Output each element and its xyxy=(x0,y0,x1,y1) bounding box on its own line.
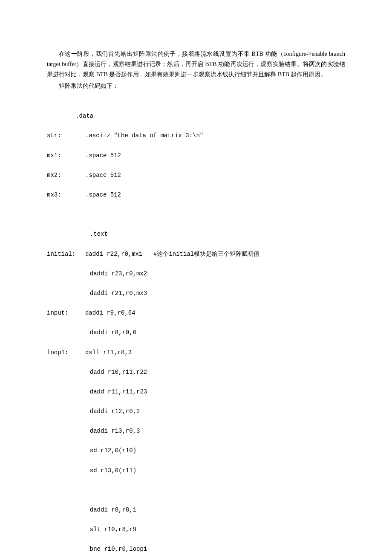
code-listing: .data str:.asciiz "the data of matrix 3:… xyxy=(47,101,345,555)
code-line: daddi r23,r0,mx2 xyxy=(47,269,345,279)
code-line: daddi r21,r0,mx3 xyxy=(47,289,345,298)
code-blank xyxy=(47,210,345,220)
code-blank xyxy=(47,486,345,495)
code-line: slt r10,r8,r9 xyxy=(47,525,345,535)
code-label: mx3: xyxy=(47,190,85,200)
code-label: str: xyxy=(47,131,85,141)
code-line: .data xyxy=(47,111,345,121)
code-mnemonic: .space 512 xyxy=(85,191,121,198)
code-line: .text xyxy=(47,229,345,239)
code-line: mx1:.space 512 xyxy=(47,151,345,161)
code-line: sd r13,0(r11) xyxy=(47,466,345,476)
document-page: 在这一阶段，我们首先给出矩阵乘法的例子，接着将流水线设置为不带 BTB 功能（c… xyxy=(0,0,392,555)
code-label: mx2: xyxy=(47,171,85,180)
paragraph-code-intro: 矩阵乘法的代码如下： xyxy=(47,81,345,91)
code-mnemonic: .space 512 xyxy=(85,172,121,179)
code-line: daddi r8,r0,0 xyxy=(47,328,345,338)
code-line: str:.asciiz "the data of matrix 3:\n" xyxy=(47,131,345,141)
code-line: daddi r12,r0,2 xyxy=(47,407,345,416)
code-line: dadd r10,r11,r22 xyxy=(47,367,345,377)
code-line: mx3:.space 512 xyxy=(47,190,345,200)
code-comment: #这个initial模块是给三个矩阵赋初值 xyxy=(153,249,259,259)
code-label: initial: xyxy=(47,249,85,259)
code-mnemonic: daddi r9,r0,64 xyxy=(85,309,135,316)
code-mnemonic: .asciiz "the data of matrix 3:\n" xyxy=(85,132,203,139)
code-label: input: xyxy=(47,308,85,318)
code-line: dadd r11,r11,r23 xyxy=(47,387,345,397)
code-line: input:daddi r9,r0,64 xyxy=(47,308,345,318)
code-mnemonic: daddi r22,r0,mx1 xyxy=(85,249,153,259)
code-line: sd r12,0(r10) xyxy=(47,446,345,456)
paragraph-intro: 在这一阶段，我们首先给出矩阵乘法的例子，接着将流水线设置为不带 BTB 功能（c… xyxy=(47,49,345,79)
code-label: mx1: xyxy=(47,151,85,161)
code-line: daddi r13,r0,3 xyxy=(47,426,345,436)
code-mnemonic: .space 512 xyxy=(85,152,121,159)
code-line: loop1:dsll r11,r8,3 xyxy=(47,348,345,358)
code-label: loop1: xyxy=(47,348,85,358)
code-line: daddi r8,r8,1 xyxy=(47,505,345,515)
code-line: bne r10,r0,loop1 xyxy=(47,544,345,554)
code-mnemonic: dsll r11,r8,3 xyxy=(85,349,132,356)
code-line: initial:daddi r22,r0,mx1#这个initial模块是给三个… xyxy=(47,249,345,259)
code-line: mx2:.space 512 xyxy=(47,171,345,180)
